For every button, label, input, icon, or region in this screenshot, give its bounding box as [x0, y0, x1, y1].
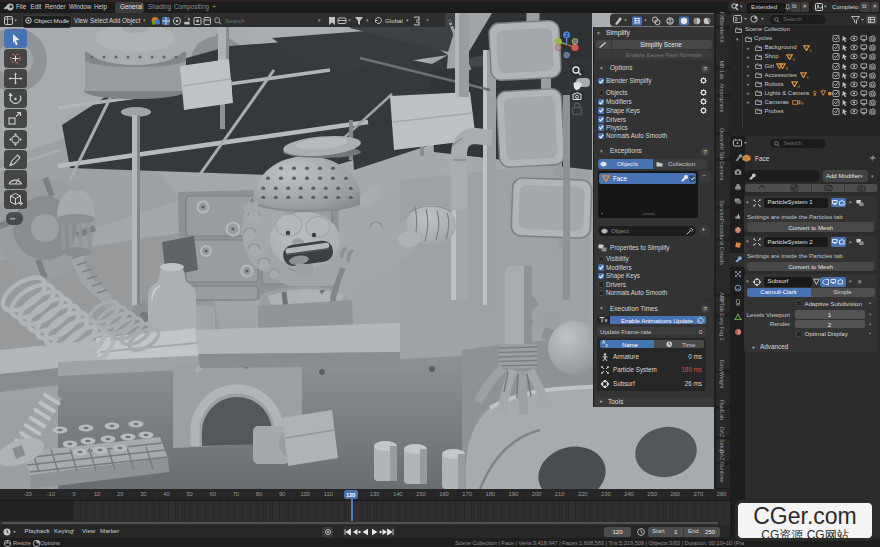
svg-text:Z: Z [565, 33, 568, 38]
